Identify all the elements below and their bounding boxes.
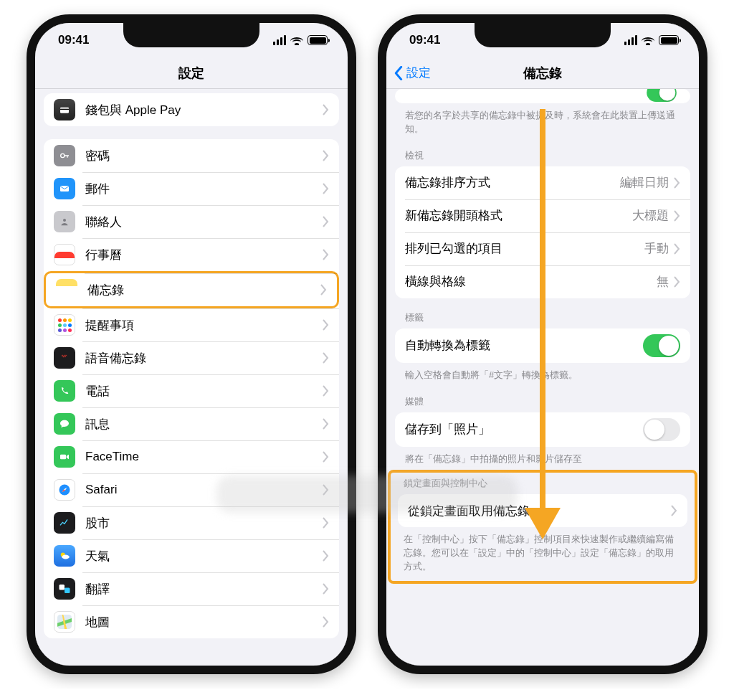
row-mail[interactable]: 郵件 [44, 172, 339, 205]
row-label: 股市 [85, 515, 322, 531]
row-phone[interactable]: 電話 [44, 374, 339, 407]
chevron-right-icon [322, 385, 329, 397]
chevron-right-icon [673, 177, 680, 189]
auto-tags-toggle[interactable] [643, 334, 680, 357]
row-label: 從鎖定畫面取用備忘錄 [408, 503, 670, 519]
facetime-icon [54, 446, 75, 468]
maps-icon [54, 611, 75, 633]
media-footer: 將在「備忘錄」中拍攝的照片和影片儲存至 [395, 447, 690, 466]
wifi-icon [290, 36, 303, 45]
contacts-icon [54, 211, 75, 232]
chevron-right-icon [322, 352, 329, 364]
row-contacts[interactable]: 聯絡人 [44, 205, 339, 238]
row-auto-tags[interactable]: 自動轉換為標籤 [395, 328, 690, 363]
row-notes[interactable]: 備忘錄 [44, 271, 339, 308]
row-maps[interactable]: 地圖 [44, 605, 339, 638]
row-label: 提醒事項 [85, 317, 322, 334]
chevron-right-icon [322, 616, 329, 628]
group-tags: 標籤 自動轉換為標籤 輸入空格會自動將「#文字」轉換為標籤。 [395, 311, 690, 382]
cellular-icon [273, 35, 286, 45]
header-tags: 標籤 [395, 311, 690, 328]
page-title: 備忘錄 [523, 65, 562, 82]
row-label: 自動轉換為標籤 [405, 337, 643, 354]
row-label: 郵件 [85, 181, 322, 197]
row-label: 儲存到「照片」 [405, 421, 643, 438]
row-value: 手動 [644, 240, 669, 257]
svg-rect-1 [60, 109, 69, 110]
chevron-right-icon [322, 319, 329, 331]
row-label: 排列已勾選的項目 [405, 240, 644, 257]
settings-content[interactable]: 錢包與 Apple Pay 密碼 [35, 89, 348, 666]
row-lock-screen-access[interactable]: 從鎖定畫面取用備忘錄 [398, 494, 687, 527]
svg-point-4 [63, 219, 66, 222]
chevron-right-icon [673, 210, 680, 222]
notes-settings-content[interactable]: 若您的名字於共享的備忘錄中被提及時，系統會在此裝置上傳送通知。 檢視 備忘錄排序… [386, 89, 699, 666]
svg-rect-0 [60, 108, 69, 113]
row-weather[interactable]: 天氣 [44, 539, 339, 572]
messages-icon [54, 413, 75, 435]
row-value: 大標題 [632, 207, 669, 224]
back-label: 設定 [406, 65, 431, 81]
row-lines-grids[interactable]: 橫線與格線 無 [395, 265, 690, 298]
battery-icon [659, 35, 679, 45]
row-calendar[interactable]: 行事曆 [44, 238, 339, 271]
phone-right: 09:41 設定 備忘錄 若您的名字於共享的備忘錄中被提及時，系統會在此裝置上傳… [378, 14, 707, 674]
svg-point-2 [61, 153, 65, 157]
row-messages[interactable]: 訊息 [44, 407, 339, 440]
row-checked-items[interactable]: 排列已勾選的項目 手動 [395, 232, 690, 265]
back-button[interactable]: 設定 [394, 57, 431, 88]
chevron-right-icon [673, 276, 680, 288]
chevron-right-icon [322, 583, 329, 595]
phone-left: 09:41 設定 錢包與 Apple Pay [27, 14, 356, 674]
cellular-icon [624, 35, 637, 45]
device-notch [123, 23, 259, 47]
row-passwords[interactable]: 密碼 [44, 139, 339, 172]
row-translate[interactable]: 翻譯 [44, 572, 339, 605]
settings-group-apps: 密碼 郵件 聯絡人 [44, 139, 339, 638]
row-label: 地圖 [85, 614, 322, 630]
weather-icon [54, 545, 75, 567]
row-label: 橫線與格線 [405, 273, 657, 290]
chevron-right-icon [673, 243, 680, 255]
mention-toggle[interactable] [647, 89, 677, 102]
chevron-right-icon [322, 451, 329, 463]
row-label: 備忘錄 [87, 282, 320, 298]
row-wallet[interactable]: 錢包與 Apple Pay [44, 93, 339, 126]
header-media: 媒體 [395, 395, 690, 412]
chevron-right-icon [322, 216, 329, 227]
svg-point-8 [62, 555, 70, 559]
group-media: 媒體 儲存到「照片」 將在「備忘錄」中拍攝的照片和影片儲存至 [395, 395, 690, 466]
stocks-icon [54, 512, 75, 534]
row-stocks[interactable]: 股市 [44, 506, 339, 539]
chevron-right-icon [322, 484, 329, 496]
device-notch [475, 23, 611, 47]
wifi-icon [642, 36, 654, 45]
row-label: 電話 [85, 383, 322, 399]
navbar: 設定 [35, 57, 348, 89]
row-label: 語音備忘錄 [85, 350, 322, 366]
row-label: 錢包與 Apple Pay [85, 102, 322, 118]
voice-memos-icon [54, 347, 75, 369]
row-safari[interactable]: Safari [44, 473, 339, 506]
reminders-icon [54, 314, 75, 336]
row-save-photos[interactable]: 儲存到「照片」 [395, 412, 690, 447]
chevron-right-icon [320, 284, 327, 295]
row-reminders[interactable]: 提醒事項 [44, 308, 339, 341]
status-indicators [624, 35, 679, 45]
key-icon [54, 145, 75, 166]
battery-icon [308, 35, 328, 45]
phone-icon [54, 380, 75, 402]
svg-rect-9 [59, 585, 65, 590]
chevron-right-icon [322, 104, 329, 115]
wallet-icon [54, 99, 75, 120]
screen: 09:41 設定 錢包與 Apple Pay [35, 23, 348, 666]
save-photos-toggle[interactable] [643, 418, 680, 441]
screen: 09:41 設定 備忘錄 若您的名字於共享的備忘錄中被提及時，系統會在此裝置上傳… [386, 23, 699, 666]
row-sort[interactable]: 備忘錄排序方式 編輯日期 [395, 166, 690, 199]
row-facetime[interactable]: FaceTime [44, 440, 339, 473]
row-voicememos[interactable]: 語音備忘錄 [44, 341, 339, 374]
row-label: 翻譯 [85, 581, 322, 597]
row-new-note-style[interactable]: 新備忘錄開頭格式 大標題 [395, 199, 690, 232]
row-label: 行事曆 [85, 247, 322, 263]
row-label: 聯絡人 [85, 214, 322, 230]
